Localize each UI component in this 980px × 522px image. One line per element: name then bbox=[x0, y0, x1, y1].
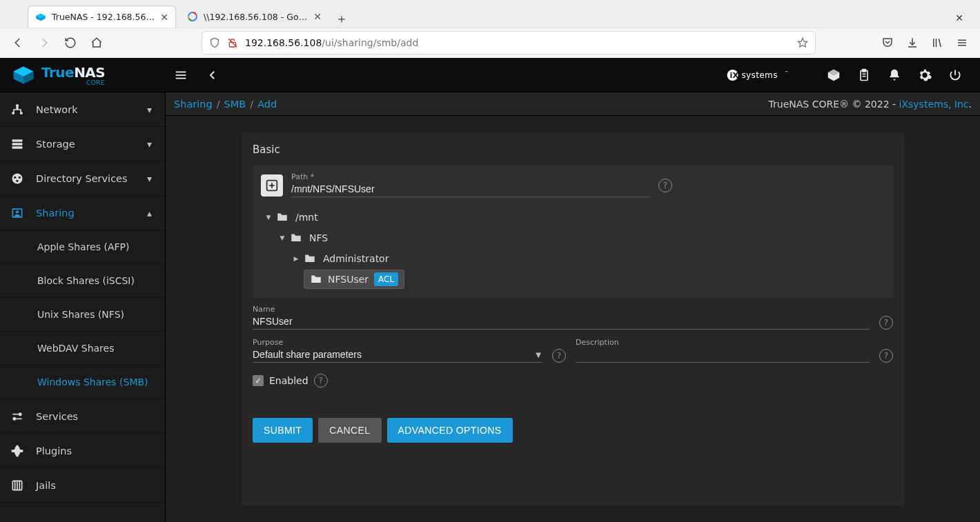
field-label: Path * bbox=[291, 172, 314, 181]
app-logo-text: TrueNAS bbox=[41, 64, 105, 81]
notifications-bell-icon[interactable] bbox=[879, 60, 910, 90]
app-topbar: TrueNAS CORE iX systems ™ bbox=[0, 58, 980, 92]
sidebar-item-network[interactable]: Network ▾ bbox=[0, 92, 165, 127]
insecure-lock-icon[interactable] bbox=[227, 37, 238, 48]
chevron-down-icon: ▾ bbox=[147, 173, 155, 184]
tree-node[interactable]: ▼ NFS bbox=[279, 228, 885, 248]
sidebar-item-label: Network bbox=[36, 104, 147, 115]
home-button[interactable] bbox=[86, 32, 108, 54]
reload-button[interactable] bbox=[59, 32, 81, 54]
svg-point-27 bbox=[20, 111, 23, 114]
library-icon[interactable] bbox=[926, 32, 948, 54]
svg-point-33 bbox=[19, 176, 21, 178]
svg-text:iX: iX bbox=[730, 71, 739, 80]
tree-node[interactable]: ▶ Administrator bbox=[293, 248, 885, 269]
new-tab-button[interactable]: ＋ bbox=[333, 10, 351, 28]
advanced-options-button[interactable]: ADVANCED OPTIONS bbox=[387, 418, 513, 443]
tree-node-selected[interactable]: NFSUser ACL bbox=[293, 269, 885, 290]
purpose-select[interactable] bbox=[253, 339, 542, 363]
app-menu-icon[interactable] bbox=[951, 32, 973, 54]
collapse-sidebar-icon[interactable] bbox=[197, 60, 228, 90]
enabled-checkbox[interactable]: ✓ bbox=[253, 375, 264, 386]
sidebar-item-iscsi[interactable]: Block Shares (iSCSI) bbox=[0, 264, 165, 298]
tree-arrow-right-icon[interactable]: ▶ bbox=[293, 255, 300, 262]
sidebar-item-webdav[interactable]: WebDAV Shares bbox=[0, 332, 165, 365]
tree-arrow-down-icon[interactable]: ▼ bbox=[279, 234, 286, 241]
app-logo[interactable]: TrueNAS CORE bbox=[10, 58, 166, 92]
clipboard-icon[interactable] bbox=[849, 60, 879, 90]
svg-point-25 bbox=[16, 104, 19, 107]
network-icon bbox=[10, 102, 25, 117]
chevron-up-icon: ▴ bbox=[147, 208, 155, 219]
sidebar-item-services[interactable]: Services bbox=[0, 399, 165, 434]
tree-label: NFSUser bbox=[328, 274, 369, 285]
section-title: Basic bbox=[253, 143, 893, 156]
plugins-icon bbox=[10, 443, 25, 459]
tree-node[interactable]: ▼ /mnt bbox=[265, 207, 885, 228]
sidebar-item-nfs[interactable]: Unix Shares (NFS) bbox=[0, 298, 165, 332]
svg-text:systems: systems bbox=[741, 70, 777, 80]
breadcrumb-link[interactable]: Sharing bbox=[174, 99, 213, 110]
svg-point-36 bbox=[19, 413, 21, 415]
description-input[interactable] bbox=[576, 339, 870, 363]
sharing-icon bbox=[10, 205, 25, 221]
breadcrumb-link[interactable]: Add bbox=[257, 99, 277, 110]
svg-point-37 bbox=[13, 417, 15, 419]
enabled-label: Enabled bbox=[269, 375, 308, 386]
path-input[interactable] bbox=[291, 174, 650, 197]
window-close-icon[interactable]: ✕ bbox=[950, 8, 969, 28]
acl-badge: ACL bbox=[374, 272, 398, 286]
browser-tab[interactable]: \\192.168.56.108 - Google ✕ bbox=[180, 6, 329, 28]
tab-close-icon[interactable]: ✕ bbox=[160, 12, 168, 22]
cancel-button[interactable]: CANCEL bbox=[318, 418, 381, 443]
svg-marker-5 bbox=[798, 38, 807, 47]
power-icon[interactable] bbox=[940, 60, 970, 90]
hamburger-menu-icon[interactable] bbox=[166, 60, 196, 90]
breadcrumb-link[interactable]: SMB bbox=[224, 99, 246, 110]
path-section: Path * ? ▼ /mnt ▼ bbox=[253, 165, 893, 298]
sidebar-item-label: Windows Shares (SMB) bbox=[37, 377, 148, 388]
svg-point-26 bbox=[12, 111, 14, 114]
settings-gear-icon[interactable] bbox=[910, 60, 940, 90]
pocket-icon[interactable] bbox=[876, 32, 899, 54]
submit-button[interactable]: SUBMIT bbox=[253, 418, 313, 443]
sidebar-item-jails[interactable]: Jails bbox=[0, 468, 165, 503]
help-icon[interactable]: ? bbox=[658, 179, 672, 192]
sidebar-item-afp[interactable]: Apple Shares (AFP) bbox=[0, 230, 165, 264]
name-input[interactable] bbox=[253, 306, 870, 330]
folder-icon bbox=[290, 232, 304, 244]
back-button[interactable] bbox=[7, 32, 29, 54]
help-icon[interactable]: ? bbox=[879, 349, 893, 363]
help-icon[interactable]: ? bbox=[879, 316, 893, 330]
sidebar-item-plugins[interactable]: Plugins bbox=[0, 434, 165, 468]
ixsystems-logo[interactable]: iX systems ™ bbox=[726, 68, 809, 82]
svg-point-35 bbox=[16, 210, 19, 213]
sidebar-item-smb[interactable]: Windows Shares (SMB) bbox=[0, 365, 165, 399]
browser-tabstrip: TrueNAS - 192.168.56.108 ✕ \\192.168.56.… bbox=[0, 0, 980, 28]
downloads-icon[interactable] bbox=[901, 32, 923, 54]
bookmark-star-icon[interactable] bbox=[797, 37, 808, 48]
url-bar[interactable]: 192.168.56.108/ui/sharing/smb/add bbox=[202, 31, 816, 54]
forward-button[interactable] bbox=[33, 32, 55, 54]
folder-icon bbox=[276, 211, 290, 223]
truecommand-icon[interactable] bbox=[819, 60, 849, 90]
sidebar: Network ▾ Storage ▾ Directory Services ▾… bbox=[0, 92, 166, 522]
sidebar-item-directory-services[interactable]: Directory Services ▾ bbox=[0, 161, 165, 196]
tree-arrow-down-icon[interactable]: ▼ bbox=[265, 214, 272, 221]
sidebar-item-label: Directory Services bbox=[36, 173, 147, 184]
ix-link[interactable]: iXsystems, Inc bbox=[899, 99, 969, 110]
svg-point-34 bbox=[16, 179, 18, 181]
help-icon[interactable]: ? bbox=[314, 374, 328, 388]
sidebar-item-label: WebDAV Shares bbox=[37, 343, 114, 354]
browser-toolbar: 192.168.56.108/ui/sharing/smb/add bbox=[0, 28, 980, 58]
create-dataset-button[interactable] bbox=[261, 174, 283, 197]
field-label: Description bbox=[576, 338, 619, 347]
help-icon[interactable]: ? bbox=[552, 349, 566, 363]
tracking-protection-icon[interactable] bbox=[209, 37, 220, 48]
tab-title: TrueNAS - 192.168.56.108 bbox=[52, 12, 156, 22]
sidebar-item-sharing[interactable]: Sharing ▴ bbox=[0, 196, 165, 230]
browser-tab-active[interactable]: TrueNAS - 192.168.56.108 ✕ bbox=[28, 6, 176, 28]
sidebar-item-storage[interactable]: Storage ▾ bbox=[0, 127, 165, 161]
tab-close-icon[interactable]: ✕ bbox=[313, 12, 322, 21]
truenas-favicon bbox=[35, 12, 46, 23]
